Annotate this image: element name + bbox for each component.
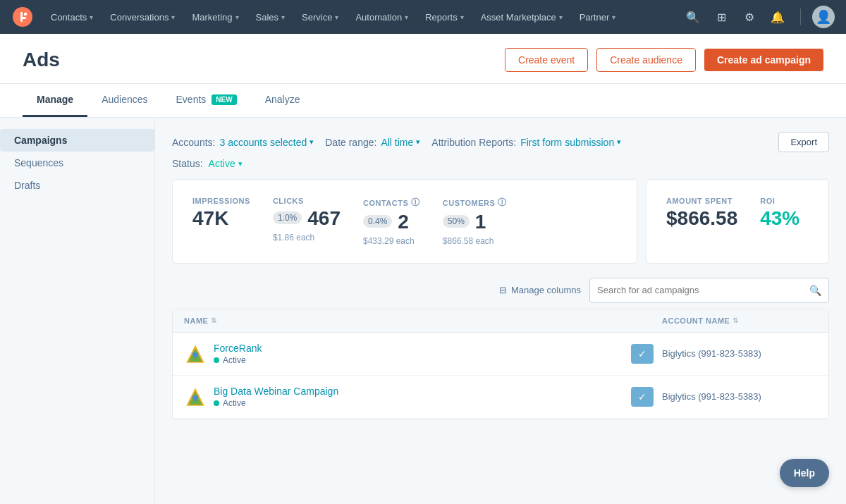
hubspot-logo[interactable] [11, 6, 34, 28]
stats-card-main: IMPRESSIONS 47K CLICKS 1.0% 467 $1.86 ea… [172, 179, 637, 264]
tab-manage[interactable]: Manage [23, 84, 87, 117]
status-dot [214, 400, 219, 406]
nav-sales[interactable]: Sales▾ [247, 0, 294, 34]
create-campaign-button[interactable]: Create ad campaign [704, 49, 823, 71]
contacts-sub: $433.29 each [363, 236, 415, 246]
export-button[interactable]: Export [778, 132, 829, 152]
date-range-dropdown[interactable]: All time ▾ [381, 137, 420, 148]
nav-items: Contacts▾ Conversations▾ Marketing▾ Sale… [42, 0, 682, 34]
impressions-value: 47K [192, 208, 228, 230]
roi-label: ROI [760, 197, 775, 205]
customers-badge: 50% [443, 215, 470, 228]
chevron-down-icon: ▾ [309, 137, 314, 147]
stat-roi: ROI 43% [760, 197, 799, 230]
customers-label: CUSTOMERS ⓘ [443, 197, 507, 209]
sidebar-item-drafts[interactable]: Drafts [0, 174, 154, 197]
attribution-label: Attribution Reports: [431, 137, 516, 148]
campaign-name-link[interactable]: ForceRank [214, 343, 262, 354]
sort-icon[interactable]: ⇅ [732, 316, 739, 324]
chevron-down-icon: ▾ [335, 13, 338, 21]
chevron-down-icon: ▾ [281, 13, 285, 21]
toggle-button[interactable]: ✓ [631, 344, 654, 364]
nav-right: 🔍 ⊞ ⚙ 🔔 👤 [682, 6, 835, 28]
contacts-badge: 0.4% [363, 215, 392, 228]
nav-asset-marketplace[interactable]: Asset Marketplace▾ [472, 0, 571, 34]
check-icon: ✓ [638, 391, 646, 402]
tab-events[interactable]: Events NEW [162, 84, 251, 117]
search-icon: 🔍 [809, 285, 821, 296]
tabs-bar: Manage Audiences Events NEW Analyze [0, 84, 846, 118]
campaign-icon [184, 343, 207, 365]
sort-icon[interactable]: ⇅ [211, 316, 217, 324]
marketplace-icon[interactable]: ⊞ [710, 6, 732, 28]
campaign-name-info: ForceRank Active [214, 343, 262, 365]
stat-customers: CUSTOMERS ⓘ 50% 1 $866.58 each [443, 197, 507, 246]
amount-spent-label: AMOUNT SPENT [666, 197, 732, 205]
accounts-dropdown[interactable]: 3 accounts selected ▾ [219, 137, 314, 148]
roi-value: 43% [760, 208, 799, 230]
table-header: NAME ⇅ ACCOUNT NAME ⇅ [173, 309, 828, 333]
chevron-down-icon: ▾ [617, 137, 621, 147]
row-account: Biglytics (991-823-5383) [662, 391, 817, 402]
avatar[interactable]: 👤 [812, 6, 835, 28]
customers-row: 50% 1 [443, 211, 486, 233]
date-range-filter: Date range: All time ▾ [325, 137, 420, 148]
tab-analyze[interactable]: Analyze [251, 84, 314, 117]
table-row: ForceRank Active ✓ Biglytics (991-823-53… [173, 333, 828, 376]
help-button[interactable]: Help [780, 459, 829, 487]
column-header-account: ACCOUNT NAME ⇅ [662, 316, 817, 325]
settings-icon[interactable]: ⚙ [738, 6, 761, 28]
status-label: Status: [172, 158, 203, 169]
info-icon[interactable]: ⓘ [498, 197, 507, 209]
notifications-icon[interactable]: 🔔 [766, 6, 789, 28]
manage-columns-button[interactable]: ⊟ Manage columns [499, 285, 581, 295]
status-dropdown[interactable]: Active ▾ [209, 158, 243, 169]
nav-automation[interactable]: Automation▾ [347, 0, 417, 34]
sidebar: Campaigns Sequences Drafts [0, 118, 155, 504]
sidebar-item-sequences[interactable]: Sequences [0, 152, 154, 174]
nav-contacts[interactable]: Contacts▾ [42, 0, 102, 34]
chevron-down-icon: ▾ [416, 137, 420, 147]
chevron-down-icon: ▾ [171, 13, 175, 21]
amount-spent-value: $866.58 [666, 208, 737, 230]
chevron-down-icon: ▾ [90, 13, 93, 21]
accounts-filter: Accounts: 3 accounts selected ▾ [172, 137, 314, 148]
contacts-value: 2 [398, 211, 409, 233]
info-icon[interactable]: ⓘ [411, 197, 420, 209]
row-account: Biglytics (991-823-5383) [662, 348, 817, 359]
clicks-sub: $1.86 each [273, 233, 314, 242]
chevron-down-icon: ▾ [238, 159, 243, 168]
nav-conversations[interactable]: Conversations▾ [102, 0, 183, 34]
campaign-icon [184, 386, 207, 408]
page-title: Ads [23, 49, 60, 71]
stats-area: IMPRESSIONS 47K CLICKS 1.0% 467 $1.86 ea… [172, 179, 829, 264]
nav-marketing[interactable]: Marketing▾ [183, 0, 247, 34]
row-name-col: Big Data Webinar Campaign Active [184, 386, 407, 408]
chevron-down-icon: ▾ [559, 13, 563, 21]
campaigns-table: NAME ⇅ ACCOUNT NAME ⇅ [172, 309, 829, 419]
nav-service[interactable]: Service▾ [293, 0, 347, 34]
tab-audiences[interactable]: Audiences [87, 84, 161, 117]
chevron-down-icon: ▾ [612, 13, 615, 21]
nav-reports[interactable]: Reports▾ [417, 0, 472, 34]
clicks-row: 1.0% 467 [273, 208, 341, 230]
search-input[interactable] [597, 285, 809, 295]
toggle-button[interactable]: ✓ [631, 387, 654, 407]
impressions-label: IMPRESSIONS [192, 197, 250, 205]
search-icon[interactable]: 🔍 [682, 6, 704, 28]
sidebar-item-campaigns[interactable]: Campaigns [0, 129, 154, 152]
search-box: 🔍 [589, 278, 829, 303]
status-filter-row: Status: Active ▾ [172, 158, 829, 169]
stat-amount-spent: AMOUNT SPENT $866.58 [666, 197, 737, 230]
column-header-name: NAME ⇅ [184, 316, 662, 325]
clicks-badge: 1.0% [273, 211, 302, 224]
nav-partner[interactable]: Partner▾ [571, 0, 625, 34]
attribution-dropdown[interactable]: First form submission ▾ [520, 137, 621, 148]
create-event-button[interactable]: Create event [505, 48, 588, 72]
clicks-value: 467 [307, 208, 341, 230]
campaign-status: Active [214, 398, 338, 408]
accounts-label: Accounts: [172, 137, 215, 148]
chevron-down-icon: ▾ [460, 13, 464, 21]
campaign-name-link[interactable]: Big Data Webinar Campaign [214, 386, 338, 397]
create-audience-button[interactable]: Create audience [596, 48, 696, 72]
